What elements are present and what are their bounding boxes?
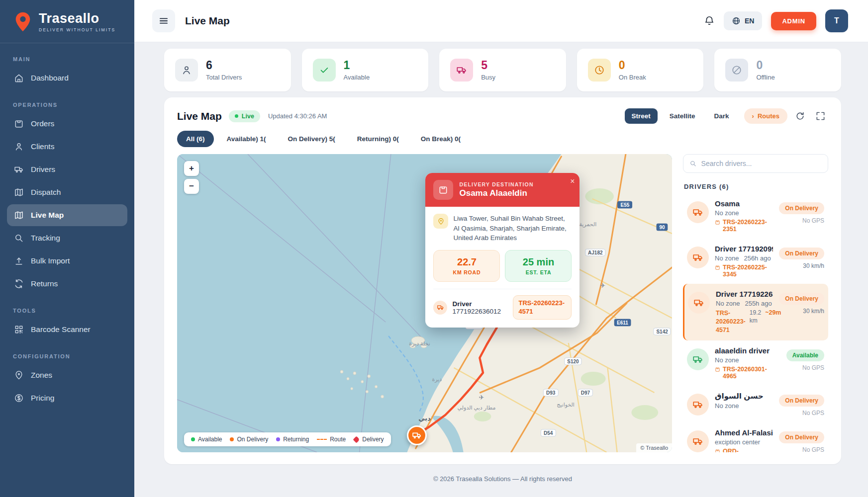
delivery-tag-icon <box>353 436 360 443</box>
order-id[interactable]: TRS-20260225-3345 <box>715 264 773 278</box>
filter-tab-all[interactable]: All (6) <box>177 131 214 147</box>
sidebar-item-pricing[interactable]: Pricing <box>7 387 127 409</box>
stat-value: 1 <box>344 59 370 72</box>
language-label: EN <box>745 17 754 25</box>
stat-card-total-drivers: 6 Total Drivers <box>164 49 291 91</box>
stat-card-on-break: 0 On Break <box>577 49 704 91</box>
route-distance: 19.2 km <box>750 309 761 325</box>
popup-header: DELIVERY DESTINATION Osama Alaaeldin × <box>425 173 579 207</box>
order-id[interactable]: TRS-20260223-2351 <box>715 219 773 233</box>
routes-button[interactable]: › Routes <box>744 108 787 124</box>
stat-value: 0 <box>756 59 774 72</box>
map-pin-logo-icon <box>12 11 34 33</box>
stat-value: 0 <box>619 59 646 72</box>
map-tiles <box>177 154 672 452</box>
app-root: Traseallo DELIVER WITHOUT LIMITS MAIN Da… <box>0 0 868 497</box>
order-id[interactable]: TRS-20260301-4965 <box>715 366 780 380</box>
admin-button[interactable]: ADMIN <box>771 12 816 30</box>
filter-tab-on-delivery[interactable]: On Delivery) 5( <box>279 131 344 147</box>
view-button-satellite[interactable]: Satellite <box>663 108 702 124</box>
section-label-tools: TOOLS <box>0 308 134 314</box>
person-icon <box>14 142 24 152</box>
sidebar-item-dispatch[interactable]: Dispatch <box>7 181 127 203</box>
sidebar-item-barcode-scanner[interactable]: Barcode Scanner <box>7 319 127 340</box>
sidebar-item-orders[interactable]: Orders <box>7 113 127 135</box>
language-button[interactable]: EN <box>724 11 762 30</box>
sidebar-item-label: Bulk Import <box>31 256 70 265</box>
sidebar-item-label: Tracking <box>31 234 60 243</box>
bell-icon <box>704 15 715 26</box>
driver-filter-tabs: All (6) Available) 1( On Delivery) 5( Re… <box>177 131 828 147</box>
sidebar-item-label: Barcode Scanner <box>31 325 91 334</box>
popup-order-badge[interactable]: TRS-20260223-4571 <box>513 295 572 320</box>
page-title: Live Map <box>185 15 230 27</box>
user-avatar[interactable]: T <box>825 9 848 32</box>
live-dot-icon <box>235 114 238 118</box>
delivery-popup: DELIVERY DESTINATION Osama Alaaeldin × <box>425 173 579 328</box>
available-dot-icon <box>191 437 195 441</box>
close-icon[interactable]: × <box>570 177 575 186</box>
brand-logo[interactable]: Traseallo DELIVER WITHOUT LIMITS <box>0 0 134 43</box>
driver-row-alaaeldin[interactable]: alaaeldin driver No zone TRS-20260301-49… <box>683 340 828 386</box>
filter-tab-returning[interactable]: Returning) 0( <box>348 131 408 147</box>
clock-icon <box>594 65 605 76</box>
map-canvas[interactable]: E55 الحمرية AJ182 90 S108 الشارقة E611 S… <box>177 154 672 452</box>
updated-timestamp: Updated 4:30:26 AM <box>268 112 327 120</box>
truck-icon <box>433 301 447 315</box>
sidebar-item-bulk-import[interactable]: Bulk Import <box>7 250 127 272</box>
status-badge: On Delivery <box>779 202 824 214</box>
truck-icon <box>687 430 709 452</box>
order-id[interactable]: TRS-20260223-4571 <box>716 309 746 334</box>
stat-label: Available <box>344 74 370 81</box>
stat-label: Total Drivers <box>206 74 242 81</box>
sidebar-item-returns[interactable]: Returns <box>7 273 127 295</box>
stat-card-busy: 5 Busy <box>439 49 566 91</box>
map-icon <box>14 210 24 220</box>
driver-row-ahmed[interactable]: Ahmed Al-Falasi exciption center ORD-MMD… <box>683 422 828 452</box>
menu-toggle-button[interactable] <box>152 9 175 32</box>
driver-row-osama[interactable]: Osama No zone TRS-20260223-2351 On Deliv… <box>683 193 828 239</box>
refresh-icon <box>14 279 24 289</box>
view-button-street[interactable]: Street <box>625 108 658 124</box>
filter-tab-on-break[interactable]: On Break) 0( <box>412 131 470 147</box>
view-button-dark[interactable]: Dark <box>707 108 736 124</box>
refresh-map-button[interactable] <box>792 108 808 124</box>
returning-dot-icon <box>276 437 280 441</box>
search-icon <box>14 233 24 243</box>
sidebar-item-tracking[interactable]: Tracking <box>7 227 127 249</box>
driver-row-1771920997[interactable]: Driver 1771920997... No zone256h ago TRS… <box>683 239 828 284</box>
gps-status: No GPS <box>802 217 824 224</box>
speed: 30 km/h <box>803 262 824 269</box>
live-status-badge: Live <box>229 110 260 122</box>
fullscreen-button[interactable] <box>813 108 828 124</box>
sidebar-item-zones[interactable]: Zones <box>7 364 127 386</box>
live-map-card: Live Map Live Updated 4:30:26 AM Street … <box>164 97 841 464</box>
sidebar-item-drivers[interactable]: Drivers <box>7 159 127 180</box>
check-icon <box>319 65 330 76</box>
driver-row-1771922636-selected[interactable]: Driver 1771922636... No zone255h ago TRS… <box>683 284 828 340</box>
sidebar-item-live-map[interactable]: Live Map <box>7 204 127 226</box>
popup-driver-label: Driver <box>452 300 501 308</box>
search-input[interactable] <box>701 160 822 167</box>
truck-icon <box>687 348 709 370</box>
package-icon <box>715 367 720 372</box>
driver-row-hassan[interactable]: حسن السواق No zone On Delivery No GPS <box>683 386 828 422</box>
filter-tab-available[interactable]: Available) 1( <box>218 131 275 147</box>
stats-row: 6 Total Drivers 1 Available 5 Busy 0 On … <box>164 49 841 91</box>
stat-label: Offline <box>756 74 774 81</box>
section-label-configuration: CONFIGURATION <box>0 353 134 359</box>
package-icon <box>14 119 24 129</box>
map-section-title: Live Map <box>177 110 222 122</box>
status-badge: Available <box>786 349 824 361</box>
sidebar-item-clients[interactable]: Clients <box>7 136 127 158</box>
notifications-button[interactable] <box>704 15 715 26</box>
globe-icon <box>732 16 741 25</box>
sidebar-item-dashboard[interactable]: Dashboard <box>7 67 127 89</box>
driver-search[interactable] <box>683 154 828 173</box>
driver-truck-marker[interactable] <box>407 425 427 445</box>
zoom-out-button[interactable]: − <box>184 179 199 194</box>
sidebar-item-label: Drivers <box>31 165 55 174</box>
zoom-in-button[interactable]: + <box>184 161 199 176</box>
order-id[interactable]: ORD-MMDISV2A- <box>715 448 773 452</box>
popup-eta: 25 min EST. ETA <box>505 250 572 282</box>
